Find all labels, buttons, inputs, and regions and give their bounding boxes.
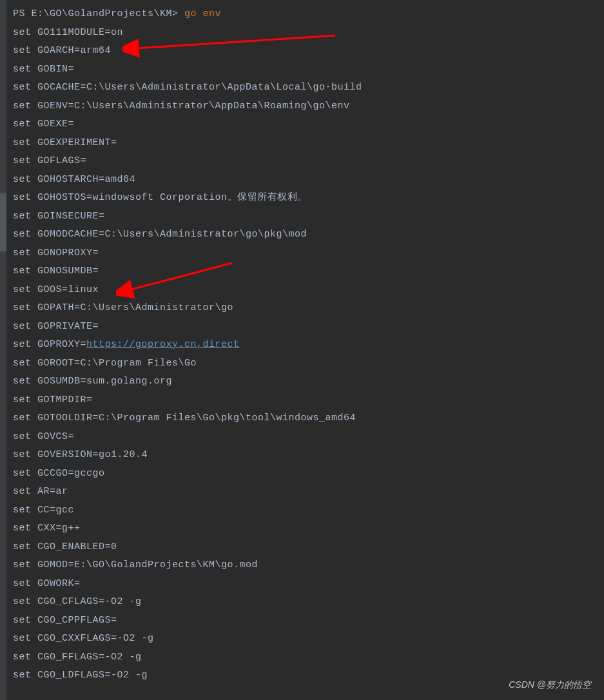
gutter-tab[interactable] [0, 193, 6, 251]
env-line-goarch: set GOARCH=arm64 [13, 42, 591, 61]
env-line: set GOENV=C:\Users\Administrator\AppData… [13, 97, 591, 116]
env-line: set CGO_CXXFLAGS=-O2 -g [13, 630, 591, 648]
terminal-output[interactable]: PS E:\GO\GolandProjects\KM> go env set G… [13, 5, 591, 685]
env-line: set GOFLAGS= [13, 152, 591, 171]
env-line: set CGO_CFLAGS=-O2 -g [13, 593, 591, 612]
env-line-goos: set GOOS=linux [13, 281, 591, 300]
env-line: set GOBIN= [13, 61, 591, 79]
shell-prompt: PS E:\GO\GolandProjects\KM> [13, 8, 184, 19]
env-line: set CGO_ENABLED=0 [13, 538, 591, 557]
env-line: set GOINSECURE= [13, 208, 591, 226]
env-line: set GONOSUMDB= [13, 262, 591, 281]
env-line: set GONOPROXY= [13, 244, 591, 263]
env-line: set GOHOSTARCH=amd64 [13, 171, 591, 190]
prompt-line: PS E:\GO\GolandProjects\KM> go env [13, 5, 591, 24]
env-line: set GOEXE= [13, 115, 591, 134]
env-line: set GOROOT=C:\Program Files\Go [13, 355, 591, 373]
env-line: set GOVERSION=go1.20.4 [13, 446, 591, 465]
env-line: set GCCGO=gccgo [13, 465, 591, 483]
env-line: set CGO_LDFLAGS=-O2 -g [13, 666, 591, 685]
env-line: set GOWORK= [13, 575, 591, 594]
env-line: set GOCACHE=C:\Users\Administrator\AppDa… [13, 79, 591, 97]
editor-gutter [0, 0, 6, 700]
env-line: set GOPRIVATE= [13, 318, 591, 336]
env-line: set GOMOD=E:\GO\GolandProjects\KM\go.mod [13, 556, 591, 575]
env-line: set GOMODCACHE=C:\Users\Administrator\go… [13, 226, 591, 244]
env-line: set GOTMPDIR= [13, 391, 591, 410]
env-line: set CGO_FFLAGS=-O2 -g [13, 648, 591, 667]
env-line: set CXX=g++ [13, 520, 591, 538]
proxy-prefix: set GOPROXY= [13, 339, 86, 350]
env-line: set GOHOSTOS=windowsoft Corporation。保留所有… [13, 189, 591, 208]
env-line: set GOPATH=C:\Users\Administrator\go [13, 299, 591, 318]
env-line: set GO111MODULE=on [13, 24, 591, 43]
env-line: set AR=ar [13, 483, 591, 501]
command-text: go env [184, 8, 221, 19]
env-line: set CGO_CPPFLAGS= [13, 612, 591, 630]
proxy-url-link[interactable]: https://goproxy.cn,direct [86, 339, 240, 350]
env-line-goproxy: set GOPROXY=https://goproxy.cn,direct [13, 336, 591, 355]
env-line: set GOSUMDB=sum.golang.org [13, 373, 591, 391]
env-line: set GOEXPERIMENT= [13, 134, 591, 153]
env-line: set CC=gcc [13, 501, 591, 520]
env-line: set GOTOOLDIR=C:\Program Files\Go\pkg\to… [13, 409, 591, 428]
env-line: set GOVCS= [13, 428, 591, 447]
